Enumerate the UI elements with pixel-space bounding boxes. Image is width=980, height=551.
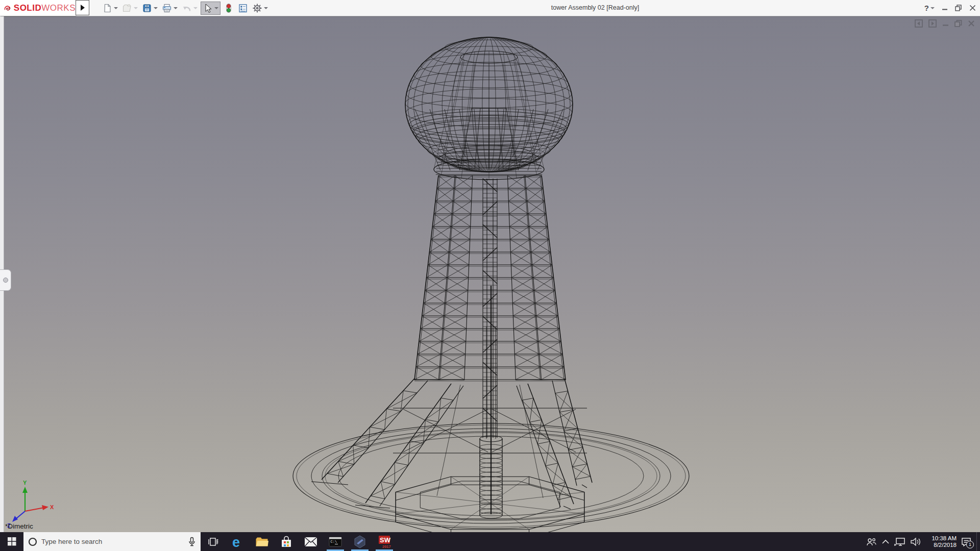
feature-manager-tab[interactable] bbox=[0, 269, 11, 291]
doc-close-button[interactable] bbox=[968, 20, 975, 27]
edge-icon: e bbox=[231, 535, 244, 548]
clock[interactable]: 10:38 AM 8/2/2018 bbox=[926, 535, 957, 548]
orientation-triad: Y X Z bbox=[2, 479, 55, 530]
select-tool-button[interactable] bbox=[201, 2, 220, 15]
folder-icon bbox=[255, 536, 268, 547]
windows-logo-icon bbox=[8, 537, 16, 546]
rebuild-button[interactable] bbox=[223, 1, 235, 15]
mail-icon bbox=[304, 537, 317, 547]
gear-icon bbox=[252, 3, 262, 13]
dropdown-caret-icon bbox=[930, 7, 935, 9]
restore-icon bbox=[954, 20, 962, 27]
triad-x-label: X bbox=[50, 504, 54, 510]
store-button[interactable] bbox=[274, 532, 299, 551]
new-document-button[interactable] bbox=[101, 1, 119, 15]
restore-button[interactable] bbox=[955, 5, 962, 11]
search-input[interactable] bbox=[40, 537, 185, 546]
hexagon-app-icon bbox=[353, 535, 366, 548]
file-explorer-button[interactable] bbox=[250, 532, 274, 551]
graphics-viewport[interactable] bbox=[0, 16, 980, 532]
menu-flyout-button[interactable] bbox=[76, 0, 89, 15]
close-icon bbox=[969, 5, 976, 11]
pane-left-icon bbox=[915, 19, 923, 28]
dropdown-caret-icon bbox=[214, 7, 218, 9]
dropdown-caret-icon bbox=[264, 7, 268, 9]
hidden-icons-button[interactable] bbox=[881, 539, 890, 545]
doc-restore-button[interactable] bbox=[954, 20, 962, 27]
restore-icon bbox=[955, 5, 962, 11]
solidworks-app-button[interactable]: SW 2017 bbox=[372, 532, 397, 551]
new-document-icon bbox=[102, 3, 112, 13]
document-window-controls bbox=[915, 19, 975, 28]
network-icon bbox=[894, 537, 905, 546]
volume-button[interactable] bbox=[910, 537, 921, 546]
mail-button[interactable] bbox=[299, 532, 323, 551]
dropdown-caret-icon bbox=[114, 7, 118, 9]
titlebar: SOLIDWORKS bbox=[0, 0, 980, 16]
network-button[interactable] bbox=[894, 537, 905, 546]
save-floppy-icon bbox=[142, 3, 152, 13]
file-properties-button[interactable] bbox=[237, 1, 249, 15]
rebuild-traffic-light-icon bbox=[224, 3, 234, 13]
store-icon bbox=[280, 536, 293, 548]
flyout-arrow-icon bbox=[81, 5, 85, 11]
tray-date: 8/2/2018 bbox=[926, 542, 957, 548]
solidworks-logo: SOLIDWORKS bbox=[0, 0, 76, 16]
start-button[interactable] bbox=[0, 532, 23, 551]
task-view-icon bbox=[207, 537, 218, 547]
pane-right-toggle-button[interactable] bbox=[928, 19, 937, 28]
people-icon bbox=[866, 537, 877, 546]
undo-button[interactable] bbox=[181, 1, 199, 15]
window-controls: ? bbox=[924, 0, 976, 16]
command-prompt-button[interactable]: C:\ bbox=[323, 532, 348, 551]
undo-arrow-icon bbox=[182, 3, 192, 13]
cortana-circle-icon bbox=[28, 537, 37, 546]
microphone-icon[interactable] bbox=[188, 537, 196, 547]
system-tray: 10:38 AM 8/2/2018 1 bbox=[866, 532, 976, 551]
view-orientation-label: *Dimetric bbox=[5, 522, 33, 530]
minimize-button[interactable] bbox=[942, 5, 948, 11]
open-folder-icon bbox=[122, 3, 132, 13]
people-button[interactable] bbox=[866, 537, 877, 546]
edge-button[interactable]: e bbox=[225, 532, 250, 551]
triad-y-label: Y bbox=[23, 480, 27, 486]
pane-left-toggle-button[interactable] bbox=[915, 19, 923, 28]
doc-minimize-button[interactable] bbox=[942, 20, 949, 27]
minimize-icon bbox=[942, 5, 948, 11]
task-view-button[interactable] bbox=[201, 532, 225, 551]
close-icon bbox=[968, 20, 975, 27]
speaker-icon bbox=[910, 537, 921, 546]
minimize-icon bbox=[942, 20, 949, 27]
solidworks-3s-mark-icon bbox=[4, 2, 12, 14]
pane-right-icon bbox=[928, 19, 937, 28]
dropdown-caret-icon bbox=[174, 7, 178, 9]
open-document-button[interactable] bbox=[121, 1, 139, 15]
notification-badge: 1 bbox=[966, 541, 974, 548]
save-button[interactable] bbox=[141, 1, 159, 15]
file-properties-icon bbox=[238, 3, 248, 13]
select-cursor-icon bbox=[203, 3, 213, 13]
panel-tab-dot-icon bbox=[3, 278, 8, 283]
svg-text:e: e bbox=[232, 535, 240, 548]
brand-text: SOLIDWORKS bbox=[14, 3, 76, 13]
windows-taskbar: e C:\ bbox=[0, 532, 980, 551]
close-button[interactable] bbox=[969, 5, 976, 11]
print-button[interactable] bbox=[161, 1, 179, 15]
hexagon-app-button[interactable] bbox=[348, 532, 372, 551]
dropdown-caret-icon bbox=[154, 7, 158, 9]
show-desktop-button[interactable] bbox=[976, 532, 980, 551]
action-center-button[interactable]: 1 bbox=[961, 537, 971, 546]
taskbar-search[interactable] bbox=[23, 532, 201, 551]
dropdown-caret-icon bbox=[193, 7, 198, 9]
svg-text:SW: SW bbox=[380, 536, 391, 544]
command-prompt-icon: C:\ bbox=[329, 537, 342, 547]
svg-text:C:\: C:\ bbox=[331, 540, 337, 544]
help-button[interactable]: ? bbox=[924, 4, 935, 12]
solidworks-app-icon: SW 2017 bbox=[378, 535, 391, 548]
tray-time: 10:38 AM bbox=[926, 535, 957, 542]
dropdown-caret-icon bbox=[134, 7, 138, 9]
taskbar-apps: e C:\ bbox=[201, 532, 397, 551]
document-title: tower Assembly 02 [Read-only] bbox=[551, 4, 639, 11]
options-button[interactable] bbox=[251, 1, 269, 15]
chevron-up-icon bbox=[881, 539, 890, 545]
